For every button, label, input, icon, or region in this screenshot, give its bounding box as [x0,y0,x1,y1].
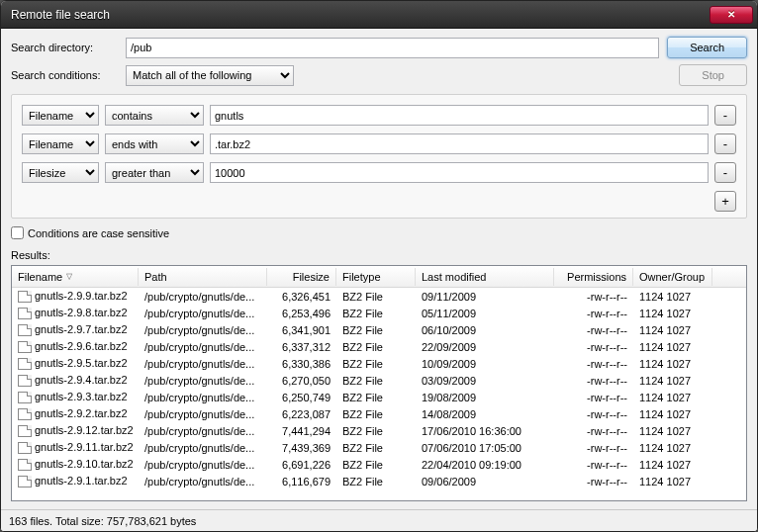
cell-last-modified: 06/10/2009 [416,323,554,337]
cell-last-modified: 10/09/2009 [416,357,554,371]
results-table: Filename▽ Path Filesize Filetype Last mo… [11,265,747,501]
cell-filesize: 6,341,901 [267,323,336,337]
window-title: Remote file search [11,8,710,22]
cell-permissions: -rw-r--r-- [554,290,633,304]
condition-field-select[interactable]: Filesize [22,162,99,183]
cell-path: /pub/crypto/gnutls/de... [139,307,267,320]
cell-last-modified: 03/09/2009 [416,374,554,388]
file-icon [18,308,32,319]
cell-permissions: -rw-r--r-- [554,357,633,371]
cell-filetype: BZ2 File [336,290,416,304]
header-owner-group[interactable]: Owner/Group [633,268,712,286]
cell-filesize: 6,253,496 [267,307,336,320]
stop-button[interactable]: Stop [679,64,747,86]
add-condition-button[interactable]: + [714,191,736,212]
cell-permissions: -rw-r--r-- [554,391,633,404]
cell-filetype: BZ2 File [336,374,416,388]
table-row[interactable]: gnutls-2.9.3.tar.bz2/pub/crypto/gnutls/d… [12,389,746,405]
cell-last-modified: 09/06/2009 [416,475,554,488]
cell-path: /pub/crypto/gnutls/de... [139,424,267,438]
search-button[interactable]: Search [667,37,747,58]
file-icon [18,408,32,420]
cell-filesize: 6,250,749 [267,391,336,404]
table-row[interactable]: gnutls-2.9.2.tar.bz2/pub/crypto/gnutls/d… [12,405,746,422]
condition-row: Filenameends with- [22,133,736,154]
header-last-modified[interactable]: Last modified [416,268,554,286]
case-sensitive-row: Conditions are case sensitive [11,226,747,239]
cell-owner-group: 1124 1027 [633,307,712,320]
search-directory-input[interactable] [126,38,659,58]
search-conditions-label: Search conditions: [11,69,118,81]
statusbar: 163 files. Total size: 757,783,621 bytes [1,509,757,531]
table-row[interactable]: gnutls-2.9.7.tar.bz2/pub/crypto/gnutls/d… [12,321,746,338]
cell-filesize: 6,326,451 [267,290,336,304]
file-icon [18,459,32,471]
cell-path: /pub/crypto/gnutls/de... [139,458,267,472]
condition-value-input[interactable] [210,105,709,126]
header-path[interactable]: Path [139,268,267,286]
table-header: Filename▽ Path Filesize Filetype Last mo… [12,266,746,288]
cell-owner-group: 1124 1027 [633,323,712,337]
condition-value-input[interactable] [210,162,709,183]
remove-condition-button[interactable]: - [714,162,736,183]
file-icon [18,392,32,403]
directory-row: Search directory: Search [11,37,747,58]
condition-op-select[interactable]: contains [105,105,204,126]
cell-filesize: 7,439,369 [267,441,336,455]
table-body[interactable]: gnutls-2.9.9.tar.bz2/pub/crypto/gnutls/d… [12,288,746,500]
cell-permissions: -rw-r--r-- [554,407,633,421]
cell-last-modified: 07/06/2010 17:05:00 [416,441,554,455]
cell-path: /pub/crypto/gnutls/de... [139,391,267,404]
cell-permissions: -rw-r--r-- [554,374,633,388]
header-filesize[interactable]: Filesize [267,268,336,286]
file-icon [18,341,32,353]
remove-condition-button[interactable]: - [714,133,736,154]
cell-filename: gnutls-2.9.4.tar.bz2 [12,373,139,388]
match-mode-select[interactable]: Match all of the following [126,65,294,86]
cell-filename: gnutls-2.9.12.tar.bz2 [12,423,139,438]
cell-filetype: BZ2 File [336,475,416,488]
titlebar[interactable]: Remote file search ✕ [1,1,757,29]
condition-op-select[interactable]: ends with [105,133,204,154]
conditions-mode-row: Search conditions: Match all of the foll… [11,64,747,86]
header-filetype[interactable]: Filetype [336,268,416,286]
condition-op-select[interactable]: greater than [105,162,204,183]
close-button[interactable]: ✕ [710,6,753,24]
cell-filename: gnutls-2.9.3.tar.bz2 [12,390,139,404]
condition-row: Filesizegreater than- [22,162,736,183]
cell-last-modified: 05/11/2009 [416,307,554,320]
condition-value-input[interactable] [210,133,709,154]
table-row[interactable]: gnutls-2.9.10.tar.bz2/pub/crypto/gnutls/… [12,456,746,473]
cell-path: /pub/crypto/gnutls/de... [139,290,267,304]
condition-field-select[interactable]: Filename [22,105,99,126]
cell-filename: gnutls-2.9.6.tar.bz2 [12,339,139,354]
table-row[interactable]: gnutls-2.9.11.tar.bz2/pub/crypto/gnutls/… [12,439,746,456]
window: Remote file search ✕ Search directory: S… [0,0,758,532]
table-row[interactable]: gnutls-2.9.12.tar.bz2/pub/crypto/gnutls/… [12,422,746,439]
table-row[interactable]: gnutls-2.9.6.tar.bz2/pub/crypto/gnutls/d… [12,338,746,355]
cell-owner-group: 1124 1027 [633,441,712,455]
cell-filesize: 7,441,294 [267,424,336,438]
cell-last-modified: 19/08/2009 [416,391,554,404]
cell-filesize: 6,223,087 [267,407,336,421]
cell-filename: gnutls-2.9.2.tar.bz2 [12,406,139,421]
cell-filetype: BZ2 File [336,340,416,354]
header-filename[interactable]: Filename▽ [12,268,139,286]
cell-filesize: 6,691,226 [267,458,336,472]
case-sensitive-checkbox[interactable] [11,226,24,239]
table-row[interactable]: gnutls-2.9.5.tar.bz2/pub/crypto/gnutls/d… [12,355,746,372]
cell-filename: gnutls-2.9.9.tar.bz2 [12,289,139,304]
remove-condition-button[interactable]: - [714,105,736,126]
cell-permissions: -rw-r--r-- [554,441,633,455]
condition-field-select[interactable]: Filename [22,133,99,154]
table-row[interactable]: gnutls-2.9.8.tar.bz2/pub/crypto/gnutls/d… [12,305,746,321]
cell-last-modified: 17/06/2010 16:36:00 [416,424,554,438]
file-icon [18,425,32,437]
cell-filetype: BZ2 File [336,307,416,320]
table-row[interactable]: gnutls-2.9.9.tar.bz2/pub/crypto/gnutls/d… [12,288,746,305]
table-row[interactable]: gnutls-2.9.1.tar.bz2/pub/crypto/gnutls/d… [12,473,746,489]
cell-permissions: -rw-r--r-- [554,424,633,438]
header-permissions[interactable]: Permissions [554,268,633,286]
table-row[interactable]: gnutls-2.9.4.tar.bz2/pub/crypto/gnutls/d… [12,372,746,389]
cell-filetype: BZ2 File [336,391,416,404]
